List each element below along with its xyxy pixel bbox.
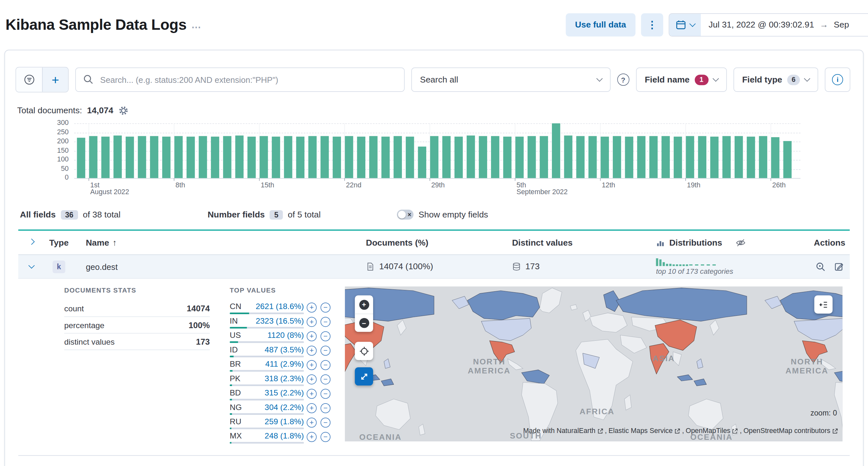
filter-for-value-button[interactable]: + bbox=[307, 403, 317, 413]
map-attribution-item[interactable]: Elastic Maps Service bbox=[609, 427, 673, 435]
filter-out-value-button[interactable]: − bbox=[321, 374, 331, 385]
histogram-bar bbox=[503, 137, 512, 178]
filter-toggle-button[interactable] bbox=[16, 68, 42, 92]
filter-out-value-button[interactable]: − bbox=[321, 403, 331, 413]
expand-icon bbox=[360, 372, 368, 380]
map-zoom-out-button[interactable]: − bbox=[355, 313, 373, 332]
histogram-bar bbox=[381, 137, 390, 178]
search-scope-select[interactable]: Search all bbox=[411, 68, 610, 92]
top-value-key: BR bbox=[229, 359, 241, 368]
search-input[interactable] bbox=[75, 68, 404, 92]
histogram-plot[interactable] bbox=[74, 123, 800, 178]
table-row-geo-dest[interactable]: k geo.dest 14074 (100%) 173 top 10 of 17… bbox=[18, 255, 849, 279]
help-icon[interactable]: ? bbox=[617, 73, 629, 86]
column-header-name[interactable]: Name bbox=[86, 237, 109, 247]
filter-out-value-button[interactable]: − bbox=[321, 303, 331, 312]
map-zoom-in-button[interactable]: + bbox=[355, 295, 373, 313]
field-stats-info-button[interactable]: i bbox=[825, 68, 850, 92]
sort-ascending-icon[interactable]: ↑ bbox=[113, 237, 117, 247]
date-range-end[interactable]: Sep bbox=[834, 20, 849, 30]
filter-out-value-button[interactable]: − bbox=[321, 317, 331, 327]
map-attribution-item[interactable]: OpenStreetMap contributors bbox=[743, 427, 830, 435]
documents-percent-value: 14074 (100%) bbox=[379, 262, 433, 271]
map-zoom-controls: + − bbox=[355, 295, 373, 332]
top-value-row: ID487 (3.5%)+− bbox=[229, 343, 333, 358]
histogram-bar bbox=[637, 136, 646, 178]
column-header-distinct-values[interactable]: Distinct values bbox=[512, 237, 656, 247]
filter-for-value-button[interactable]: + bbox=[307, 374, 317, 385]
hide-distributions-button[interactable] bbox=[736, 237, 746, 247]
histogram-bar bbox=[442, 136, 451, 178]
filter-for-value-button[interactable]: + bbox=[307, 303, 317, 312]
histogram-bar bbox=[113, 135, 122, 178]
plus-icon: + bbox=[359, 300, 369, 310]
map-fullscreen-button[interactable] bbox=[355, 367, 373, 386]
histogram-bar bbox=[528, 136, 536, 178]
filter-for-value-button[interactable]: + bbox=[307, 331, 317, 341]
axis-tick bbox=[685, 178, 686, 181]
number-fields-label: Number fields bbox=[208, 210, 265, 220]
field-type-filter-button[interactable]: Field type 6 bbox=[733, 68, 818, 92]
histogram-bar bbox=[296, 137, 305, 178]
map-region-label: NORTH AMERICA bbox=[468, 357, 510, 375]
add-filter-button[interactable]: + bbox=[42, 68, 68, 92]
calendar-dropdown-button[interactable] bbox=[669, 14, 701, 36]
column-header-documents[interactable]: Documents (%) bbox=[366, 237, 512, 247]
total-documents: Total documents: 14,074 bbox=[5, 92, 863, 115]
top-value-key: RU bbox=[229, 417, 241, 426]
title-options-icon[interactable]: ⋯ bbox=[191, 21, 201, 33]
field-name-filter-button[interactable]: Field name 1 bbox=[636, 68, 726, 92]
attribution-separator: , bbox=[605, 427, 607, 435]
number-fields-summary: Number fields 5 of 5 total bbox=[208, 210, 321, 220]
histogram-bar bbox=[126, 137, 134, 178]
filter-for-value-button[interactable]: + bbox=[307, 432, 317, 442]
map-region-label: ASIA bbox=[653, 354, 675, 363]
explore-field-action-button[interactable] bbox=[815, 262, 826, 272]
chevron-right-icon bbox=[29, 238, 35, 244]
legend-collapse-icon bbox=[818, 300, 829, 310]
top-value-bar bbox=[229, 399, 304, 400]
y-axis-label: 250 bbox=[16, 128, 69, 136]
collapse-row-button[interactable] bbox=[23, 258, 40, 275]
date-range-start[interactable]: Jul 31, 2022 @ 00:39:02.91 bbox=[709, 20, 814, 30]
geo-distribution-map[interactable]: + − zoom: 0 Made with NaturalEarth, Elas… bbox=[345, 287, 843, 441]
filter-for-value-button[interactable]: + bbox=[307, 418, 317, 428]
histogram-bar bbox=[747, 137, 755, 178]
more-options-button[interactable]: ⋮ bbox=[641, 13, 663, 37]
histogram-bar bbox=[649, 136, 658, 178]
gear-icon[interactable] bbox=[118, 105, 128, 115]
kibana-data-visualizer-page: Kibana Sample Data Logs ⋯ Use full data … bbox=[0, 0, 868, 466]
expand-all-button[interactable] bbox=[23, 234, 40, 252]
attribution-separator: , bbox=[740, 427, 742, 435]
map-legend-toggle-button[interactable] bbox=[814, 295, 832, 313]
filter-out-value-button[interactable]: − bbox=[321, 345, 331, 356]
info-icon: i bbox=[832, 74, 843, 85]
filter-for-value-button[interactable]: + bbox=[307, 360, 317, 370]
map-fit-data-button[interactable] bbox=[355, 342, 373, 360]
top-values-title: TOP VALUES bbox=[229, 287, 333, 294]
search-toolbar: + Search all ? Field name 1 Field type 6 bbox=[5, 51, 863, 93]
filter-out-value-button[interactable]: − bbox=[321, 360, 331, 370]
filter-for-value-button[interactable]: + bbox=[307, 389, 317, 399]
filter-out-value-button[interactable]: − bbox=[321, 389, 331, 399]
filter-out-value-button[interactable]: − bbox=[321, 331, 331, 341]
plus-icon: + bbox=[52, 73, 59, 86]
histogram-bar bbox=[223, 136, 231, 178]
y-axis-label: 100 bbox=[16, 155, 69, 163]
top-value-key: ID bbox=[229, 345, 238, 354]
column-header-distributions[interactable]: Distributions bbox=[669, 237, 722, 247]
filter-for-value-button[interactable]: + bbox=[307, 345, 317, 356]
filter-out-value-button[interactable]: − bbox=[321, 418, 331, 428]
top-value-key: MX bbox=[229, 431, 242, 440]
top-value-row: RU259 (1.8%)+− bbox=[229, 415, 333, 430]
edit-field-action-button[interactable] bbox=[834, 262, 844, 272]
field-name-filter-label: Field name bbox=[645, 75, 689, 85]
filter-out-value-button[interactable]: − bbox=[321, 432, 331, 442]
use-full-data-button[interactable]: Use full data bbox=[565, 13, 636, 37]
calendar-icon bbox=[675, 20, 686, 30]
crosshair-icon bbox=[359, 346, 369, 356]
show-empty-fields-toggle[interactable]: × bbox=[397, 210, 413, 220]
column-header-type[interactable]: Type bbox=[49, 237, 86, 247]
stat-label: count bbox=[64, 304, 84, 312]
filter-for-value-button[interactable]: + bbox=[307, 317, 317, 327]
